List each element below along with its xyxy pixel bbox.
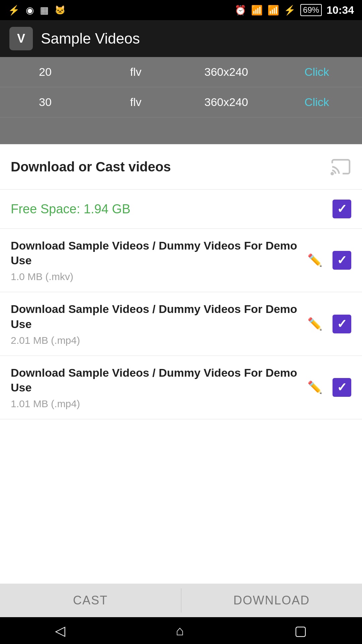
recent-button[interactable]: ▢ bbox=[294, 623, 307, 638]
app-icon: V bbox=[9, 27, 33, 50]
bug-icon: 🐱 bbox=[55, 5, 65, 15]
wifi-icon: 📶 bbox=[251, 5, 263, 16]
table-cell-format: flv bbox=[90, 90, 181, 115]
item-checkbox-2[interactable] bbox=[333, 378, 351, 397]
item-checkbox-1[interactable] bbox=[333, 315, 351, 333]
download-item-title-0: Download Sample Videos / Dummy Videos Fo… bbox=[11, 238, 297, 268]
home-button[interactable]: ⌂ bbox=[176, 623, 184, 638]
table-cell-size: 30 bbox=[0, 90, 90, 115]
table-row: 30 flv 360x240 Click bbox=[0, 87, 362, 117]
battery-indicator: 69% bbox=[300, 4, 322, 16]
status-time: 10:34 bbox=[326, 4, 354, 16]
back-button[interactable]: ◁ bbox=[55, 623, 65, 638]
download-item-info-0: Download Sample Videos / Dummy Videos Fo… bbox=[11, 238, 297, 282]
usb-icon: ⚡ bbox=[8, 5, 20, 16]
bolt-icon: ⚡ bbox=[284, 5, 296, 16]
table-cell-resolution: 360x240 bbox=[181, 90, 272, 115]
download-item-title-1: Download Sample Videos / Dummy Videos Fo… bbox=[11, 302, 297, 331]
download-item-title-2: Download Sample Videos / Dummy Videos Fo… bbox=[11, 365, 297, 395]
status-bar: ⚡ ◉ ▦ 🐱 ⏰ 📶 📶 ⚡ 69% 10:34 bbox=[0, 0, 362, 20]
section-header: Download or Cast videos bbox=[0, 144, 362, 190]
nav-bar: ◁ ⌂ ▢ bbox=[0, 617, 362, 644]
edit-icon-2[interactable]: ✏️ bbox=[304, 377, 326, 398]
alarm-icon: ⏰ bbox=[235, 5, 246, 16]
table-cell-size: 20 bbox=[0, 59, 90, 85]
table-section: 20 flv 360x240 Click 30 flv 360x240 Clic… bbox=[0, 57, 362, 144]
table-cell-resolution: 360x240 bbox=[181, 59, 272, 85]
free-space-row: Free Space: 1.94 GB bbox=[0, 190, 362, 229]
bottom-action-bar: CAST DOWNLOAD bbox=[0, 584, 362, 617]
cast-icon[interactable] bbox=[330, 156, 351, 177]
table-row: 20 flv 360x240 Click bbox=[0, 57, 362, 87]
circle-icon: ◉ bbox=[26, 5, 34, 16]
cast-button[interactable]: CAST bbox=[0, 584, 181, 617]
download-items-list: Download Sample Videos / Dummy Videos Fo… bbox=[0, 229, 362, 419]
download-item-info-1: Download Sample Videos / Dummy Videos Fo… bbox=[11, 302, 297, 346]
phone-icon: ▦ bbox=[40, 5, 49, 16]
section-header-title: Download or Cast videos bbox=[11, 159, 171, 174]
download-item-size-2: 1.01 MB (.mp4) bbox=[11, 398, 297, 410]
app-bar: V Sample Videos bbox=[0, 20, 362, 57]
download-item-info-2: Download Sample Videos / Dummy Videos Fo… bbox=[11, 365, 297, 410]
edit-icon-0[interactable]: ✏️ bbox=[304, 250, 326, 271]
free-space-text: Free Space: 1.94 GB bbox=[11, 202, 130, 216]
status-bar-right-icons: ⏰ 📶 📶 ⚡ 69% 10:34 bbox=[235, 4, 354, 16]
table-cell-format: flv bbox=[90, 59, 181, 85]
item-checkbox-0[interactable] bbox=[333, 251, 351, 270]
table-click-link-1[interactable]: Click bbox=[272, 90, 362, 115]
download-item-2: Download Sample Videos / Dummy Videos Fo… bbox=[0, 356, 362, 419]
edit-icon-1[interactable]: ✏️ bbox=[304, 314, 326, 334]
table-click-link-0[interactable]: Click bbox=[272, 59, 362, 85]
signal-icon: 📶 bbox=[267, 5, 279, 16]
svg-point-0 bbox=[331, 173, 333, 174]
download-button[interactable]: DOWNLOAD bbox=[181, 584, 362, 617]
free-space-checkbox[interactable] bbox=[333, 200, 351, 218]
download-item-size-0: 1.0 MB (.mkv) bbox=[11, 271, 297, 282]
download-item-0: Download Sample Videos / Dummy Videos Fo… bbox=[0, 229, 362, 292]
status-bar-left-icons: ⚡ ◉ ▦ 🐱 bbox=[8, 5, 65, 16]
app-title: Sample Videos bbox=[41, 30, 140, 47]
table-row-spacer bbox=[0, 117, 362, 144]
download-item-1: Download Sample Videos / Dummy Videos Fo… bbox=[0, 292, 362, 356]
download-item-size-1: 2.01 MB (.mp4) bbox=[11, 335, 297, 346]
spacer bbox=[0, 419, 362, 486]
